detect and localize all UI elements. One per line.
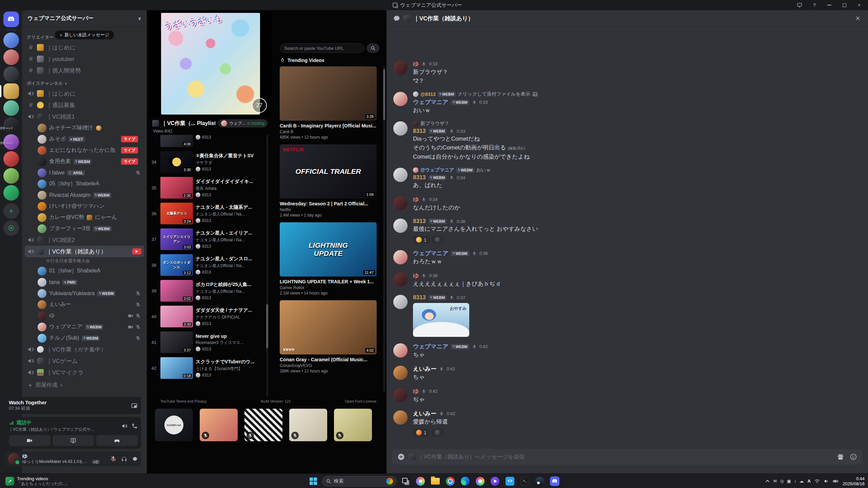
channel-text[interactable]: #｜youtuber bbox=[25, 53, 144, 65]
author-name[interactable]: えいみー bbox=[413, 365, 436, 373]
music-tray-icon[interactable]: ♪ bbox=[794, 479, 796, 484]
discord-taskbar-button[interactable] bbox=[548, 474, 561, 488]
photos-taskbar-button[interactable] bbox=[414, 474, 427, 488]
channel-text[interactable]: #｜はじめに bbox=[25, 42, 144, 53]
avatar[interactable] bbox=[393, 388, 408, 402]
settings-button[interactable] bbox=[132, 455, 138, 462]
playlist-item[interactable]: 38ダンスロボットダンス3:12ナユタン星人 - ダンスロ...ナユタン星人Of… bbox=[150, 252, 266, 278]
author-name[interactable]: 8313 bbox=[413, 294, 426, 301]
start-button[interactable] bbox=[307, 474, 320, 488]
attach-button[interactable] bbox=[397, 453, 405, 461]
playlist-item[interactable]: 420:18スクラッチでVTuberのウ...うけまる【Scratch専門】83… bbox=[150, 355, 266, 381]
participant-tile[interactable] bbox=[200, 409, 238, 441]
channel-voice[interactable]: ｜VC作業（ガチ集中） bbox=[25, 344, 144, 355]
stream-monitor-button[interactable] bbox=[792, 0, 807, 10]
message-input[interactable]: ｜VC作業（雑談あり）へメッセージを送信 bbox=[392, 449, 863, 465]
attachment-image[interactable]: おやすみ bbox=[413, 303, 469, 337]
voice-member[interactable]: 食用色素ϟWEBMライブ bbox=[25, 156, 144, 167]
add-server-button[interactable] bbox=[3, 203, 19, 219]
playlist-item[interactable]: 352:35ダイダイダイダイダイキ...雨良 Amala8313 bbox=[150, 175, 266, 201]
server-icon-server-5[interactable] bbox=[3, 100, 19, 116]
channel-voice[interactable]: ｜VC作業（雑談あり） bbox=[25, 246, 144, 257]
author-name[interactable]: 8313 bbox=[413, 128, 426, 135]
participant-tile[interactable] bbox=[289, 409, 327, 441]
battery-icon[interactable] bbox=[833, 478, 839, 484]
voice-member[interactable]: ウェブマニアϟWEBM bbox=[25, 321, 144, 332]
channel-text[interactable]: #｜個人開発勢 bbox=[25, 65, 144, 76]
voice-member[interactable]: プターフィー3世ϟWEBM bbox=[25, 223, 144, 234]
trending-video-card[interactable]: 3:28Cardi B - Imaginary Playerz [Officia… bbox=[280, 66, 378, 140]
playlist-scrollbar[interactable] bbox=[266, 135, 268, 396]
trending-scrollbar[interactable] bbox=[383, 66, 385, 392]
avatar[interactable] bbox=[393, 168, 408, 182]
author-name[interactable]: 8313 bbox=[413, 174, 426, 181]
disconnect-icon[interactable] bbox=[132, 423, 138, 429]
footer-license-link[interactable]: Open Font License bbox=[345, 399, 376, 403]
avatar[interactable] bbox=[393, 366, 408, 380]
voice-member[interactable]: Rivarzal AluwqimϟWEBM bbox=[25, 189, 144, 201]
steam-taskbar-button[interactable] bbox=[533, 474, 547, 488]
close-chat-button[interactable] bbox=[854, 15, 861, 22]
video-player[interactable]: うざいうざいも 27 bbox=[150, 10, 272, 117]
channel-text[interactable]: #｜通話募集 bbox=[25, 99, 144, 111]
gift-button[interactable] bbox=[837, 453, 844, 461]
edge-taskbar-button[interactable] bbox=[458, 474, 472, 488]
participant-tile[interactable] bbox=[244, 409, 282, 441]
author-name[interactable]: ゆ bbox=[413, 60, 419, 68]
taskbar-widget[interactable]: ↗ Trending videos 「あとちょっとだったの..」 bbox=[3, 474, 72, 488]
window-tray-icon[interactable]: ▣ bbox=[787, 479, 791, 484]
participant-tile[interactable]: SUABELSA bbox=[155, 409, 193, 441]
playlist-item[interactable]: 36太陽系デスコ3:24ナユタン星人 - 太陽系デ...ナユタン星人Offici… bbox=[150, 201, 266, 226]
trending-video-card[interactable]: LIGHTNING UPDATE11:47LIGHTNING UPDATE TR… bbox=[280, 222, 378, 296]
voice-member[interactable]: エビになれなかったかに缶ライブ bbox=[25, 145, 144, 156]
voice-member[interactable]: カレー@VC勢にゃーん bbox=[25, 212, 144, 223]
vscode-taskbar-button[interactable]: <> bbox=[503, 474, 517, 488]
author-name[interactable]: えいみー bbox=[413, 410, 436, 418]
wifi-icon[interactable] bbox=[814, 479, 820, 484]
taskbar-clock[interactable]: 0:44 2025/08/16 bbox=[843, 476, 865, 486]
author-name[interactable]: ウェブマニア bbox=[413, 98, 448, 106]
avatar[interactable] bbox=[393, 61, 408, 75]
playlist-item[interactable]: 413:37Never give upRicemaster3 ライスマス...8… bbox=[150, 329, 266, 355]
reaction-pill[interactable]: 1 bbox=[413, 236, 430, 244]
server-icon-server-2[interactable] bbox=[3, 49, 19, 65]
voice-member[interactable]: Yukiwara/YukiwaraϟWEBM bbox=[25, 288, 144, 299]
terminal-taskbar-button[interactable]: >_ bbox=[518, 474, 532, 488]
minimize-button[interactable] bbox=[822, 0, 837, 10]
server-icon-server-8[interactable] bbox=[3, 151, 19, 167]
clipchamp-taskbar-button[interactable] bbox=[488, 474, 502, 488]
author-name[interactable]: ゆ bbox=[413, 272, 419, 280]
avatar[interactable] bbox=[393, 196, 408, 210]
author-name[interactable]: ゆ bbox=[413, 196, 419, 203]
voice-member[interactable]: ゆ bbox=[25, 310, 144, 321]
activity-button[interactable] bbox=[96, 435, 138, 446]
camera-button[interactable] bbox=[9, 435, 51, 446]
server-header[interactable]: ウェブマニア公式サーバー ∨ bbox=[22, 10, 147, 27]
reaction-pill[interactable] bbox=[432, 236, 443, 244]
maximize-button[interactable] bbox=[837, 0, 852, 10]
server-icon-server-3[interactable] bbox=[3, 66, 19, 82]
ime-indicator[interactable]: A bbox=[808, 479, 811, 484]
discord-home-button[interactable] bbox=[3, 12, 19, 27]
playlist-item[interactable]: 343:30①責任集合体／重音テトSVマサラダ8313 bbox=[150, 149, 266, 175]
volume-icon[interactable] bbox=[824, 479, 829, 484]
server-icon-server-1[interactable] bbox=[3, 33, 19, 48]
voice-member[interactable]: l falwe☾ARSL bbox=[25, 167, 144, 178]
voice-member[interactable]: えいみー bbox=[25, 299, 144, 310]
youtube-search-button[interactable] bbox=[367, 43, 379, 53]
server-icon-server-9[interactable] bbox=[3, 168, 19, 184]
voice-member[interactable]: チルノ(Sub)ϟWEBM bbox=[25, 332, 144, 344]
voice-member[interactable]: けいすけ@サツマハン bbox=[25, 201, 144, 212]
channel-voice[interactable]: ｜VCマイクラ bbox=[25, 367, 144, 378]
playlist-item[interactable]: 4:008313 bbox=[150, 135, 266, 149]
avatar[interactable] bbox=[8, 453, 20, 465]
channel-voice[interactable]: ｜VC雑談1 bbox=[25, 111, 144, 122]
avatar[interactable] bbox=[393, 295, 408, 309]
record-tray-icon[interactable]: ◎ bbox=[780, 479, 784, 484]
close-button[interactable]: × bbox=[852, 0, 867, 10]
voice-member[interactable]: 01［lshw］ShabeleA bbox=[25, 265, 144, 277]
avatar[interactable] bbox=[393, 121, 408, 136]
watch-together-card[interactable]: Watch Together 07:34 経過 bbox=[5, 397, 141, 414]
explore-servers-button[interactable] bbox=[3, 220, 19, 236]
cloud-tray-icon[interactable]: ☁ bbox=[800, 479, 804, 484]
